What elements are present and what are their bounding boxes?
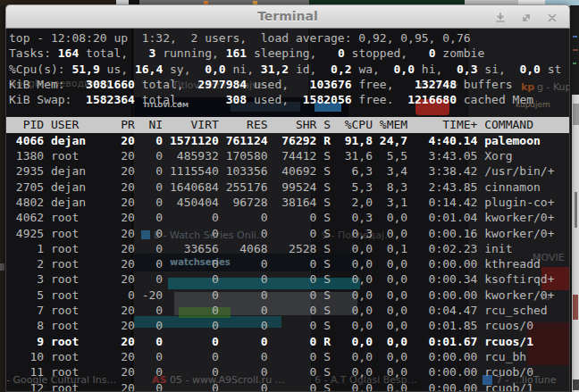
bg-box-fragment	[572, 95, 579, 392]
bg-box-fragment	[0, 263, 4, 271]
minimize-button[interactable]	[494, 12, 507, 24]
bg-box-fragment	[573, 295, 578, 320]
process-row: 8 root 20 0 0 0 0 S 0,0 0,0 0:01.85 rcuo…	[9, 318, 569, 333]
process-row: 4066 dejan 20 0 1571120 761124 76292 R 9…	[9, 133, 569, 148]
process-row: 1380 root 20 0 485932 170580 74412 S 31,…	[9, 148, 569, 163]
process-row: 2705 dejan 20 0 1640684 255176 99524 S 5…	[9, 179, 569, 195]
titlebar-buttons	[494, 5, 558, 29]
window-titlebar[interactable]: Terminal	[5, 4, 570, 29]
process-row: 4802 dejan 20 0 450404 96728 38164 S 2,0…	[9, 195, 569, 210]
bg-box-fragment	[570, 5, 579, 96]
process-row: 7 root 20 0 0 0 0 S 0,0 0,0 0:04.47 rcu_…	[9, 303, 569, 318]
bg-box-fragment	[573, 104, 579, 125]
bg-box-fragment	[573, 379, 579, 390]
process-row: 3 root 20 0 0 0 0 S 0,0 0,0 0:00.34 ksof…	[9, 271, 569, 287]
process-row: 9 root 20 0 0 0 0 R 0,0 0,0 0:01.67 rcuo…	[9, 334, 569, 349]
top-summary-line: %Cpu(s): 51,9 us, 16,4 sy, 0,0 ni, 31,2 …	[9, 62, 569, 77]
process-row: 2 root 20 0 0 0 0 S 0,0 0,0 0:00.00 kthr…	[9, 256, 569, 271]
process-row: 11 root 20 0 0 0 0 S 0,0 0,0 0:00.00 rcu…	[9, 364, 569, 379]
process-row: 4062 root 20 0 0 0 0 S 0,3 0,0 0:01.04 k…	[9, 210, 569, 225]
bg-box-fragment	[573, 36, 577, 38]
top-output: top - 12:08:20 up 1:32, 2 users, load av…	[6, 29, 569, 392]
top-summary-line: KiB Mem: 3081660 total, 2977984 used, 10…	[9, 77, 569, 92]
process-table-header: PID USER PR NI VIRT RES SHR S %CPU %MEM …	[6, 117, 570, 132]
process-row: 10 root 20 0 0 0 0 S 0,0 0,0 0:00.00 rcu…	[9, 349, 569, 364]
bg-box-fragment	[573, 49, 578, 51]
resize-diagonal-icon	[521, 13, 532, 23]
maximize-button[interactable]	[520, 12, 533, 24]
process-row: 1 root 20 0 33656 4068 2528 S 0,0 0,1 0:…	[9, 241, 569, 256]
process-row: 2935 dejan 20 0 1115540 103356 40692 S 6…	[9, 163, 569, 179]
process-row: 4925 root 20 0 0 0 0 S 0,3 0,0 0:00.16 k…	[9, 226, 569, 241]
top-summary-line: Tasks: 164 total, 3 running, 161 sleepin…	[9, 46, 569, 61]
bg-box-fragment	[573, 63, 576, 64]
process-row: 12 root 20 0 0 0 0 S 0,0 0,0 0:00.00 rcu…	[9, 380, 569, 392]
close-button[interactable]	[546, 12, 558, 24]
summary-table-gap	[9, 107, 569, 117]
close-icon	[547, 13, 558, 23]
bg-box-fragment	[575, 192, 577, 228]
process-row: 5 root 0 -20 0 0 0 S 0,0 0,0 0:00.00 kwo…	[9, 288, 569, 303]
terminal-window: Terminal Google преводилац1 - Titlovi.co…	[5, 4, 570, 392]
arrow-down-to-bar-icon	[495, 13, 506, 23]
terminal-screen[interactable]: Google преводилац1 - Titlovi.com - Najve…	[5, 29, 570, 392]
process-table-body: 4066 dejan 20 0 1571120 761124 76292 R 9…	[9, 133, 569, 392]
window-title: Terminal	[6, 9, 569, 23]
top-summary: top - 12:08:20 up 1:32, 2 users, load av…	[9, 30, 569, 107]
top-summary-line: KiB Swap: 1582364 total, 308 used, 15820…	[9, 92, 569, 107]
top-summary-line: top - 12:08:20 up 1:32, 2 users, load av…	[9, 30, 569, 46]
